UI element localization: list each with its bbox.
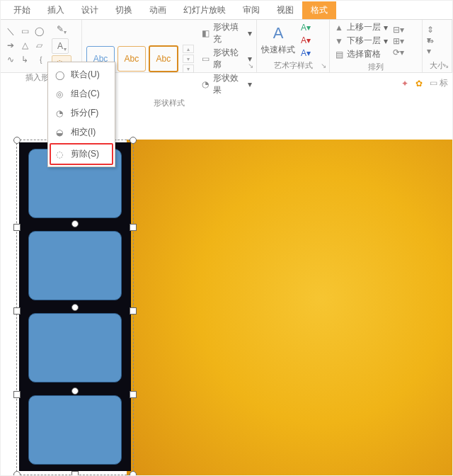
- magic-icon[interactable]: ✦: [401, 79, 408, 89]
- rotate-icon[interactable]: ⟳▾: [394, 47, 403, 57]
- tab-design[interactable]: 设计: [73, 1, 107, 19]
- resize-handle[interactable]: [130, 471, 137, 476]
- wordart-tools: A▾ A▾ A▾: [301, 23, 311, 58]
- edit-shape-btn[interactable]: ✎▾: [52, 21, 69, 37]
- union-icon: ◯: [54, 70, 65, 80]
- shape-conn-icon[interactable]: ↳: [19, 54, 30, 65]
- bring-forward-icon: ▲: [334, 23, 344, 33]
- group-title-wordart: 艺术字样式: [261, 59, 325, 72]
- intersect-icon: ◒: [54, 128, 65, 137]
- merge-shapes-menu: ◯联合(U) ◎组合(C) ◔拆分(F) ◒相交(I) ◌剪除(S): [47, 62, 115, 167]
- outline-icon: ▭: [201, 54, 210, 64]
- gear-icon[interactable]: ✿: [415, 79, 423, 89]
- subtract-icon: ◌: [54, 149, 65, 159]
- bring-forward-btn[interactable]: ▲上移一层 ▾: [334, 21, 388, 33]
- menu-subtract[interactable]: ◌剪除(S): [50, 143, 113, 165]
- size-launcher-icon[interactable]: ↘: [443, 62, 449, 69]
- effects-icon: ◔: [201, 79, 210, 89]
- shape-effects-btn[interactable]: ◔形状效果 ▾: [201, 72, 252, 96]
- shape-gallery[interactable]: ＼ ▭ ◯ ➔ △ ▱ ∿ ↳ ｛: [5, 26, 46, 67]
- combine-icon: ◎: [54, 89, 65, 99]
- shape-poly-icon[interactable]: △: [19, 40, 30, 51]
- slide-background: [127, 140, 453, 476]
- menu-intersect[interactable]: ◒相交(I): [51, 123, 112, 142]
- quick-style-btn[interactable]: A 快速样式: [261, 24, 295, 56]
- tab-view[interactable]: 视图: [268, 1, 302, 19]
- style-launcher-icon[interactable]: ↘: [248, 62, 253, 69]
- group-title-arrange: 排列: [334, 60, 418, 74]
- resize-handle[interactable]: [130, 307, 137, 314]
- style-gallery-scroll[interactable]: ▴▾▾: [183, 45, 194, 73]
- slide-canvas[interactable]: [1, 140, 452, 475]
- style-preset-3[interactable]: Abc: [149, 45, 178, 72]
- resize-handle[interactable]: [71, 471, 79, 476]
- resize-handle[interactable]: [71, 220, 79, 227]
- shape-line-icon[interactable]: ＼: [5, 26, 16, 37]
- resize-handle[interactable]: [130, 391, 137, 398]
- tab-transition[interactable]: 切换: [107, 1, 141, 19]
- fragment-icon: ◔: [54, 108, 65, 118]
- send-backward-btn[interactable]: ▼下移一层 ▾: [334, 35, 388, 47]
- width-icon[interactable]: ⇔ ▾: [427, 41, 437, 51]
- resize-handle[interactable]: [71, 387, 79, 395]
- shape-outline-btn[interactable]: ▭形状轮廓 ▾: [201, 47, 252, 71]
- group-wordart: A 快速样式 A▾ A▾ A▾ 艺术字样式 ↘: [257, 20, 330, 72]
- resize-handle[interactable]: [13, 137, 21, 144]
- tag-icon[interactable]: ▭ 标: [430, 77, 448, 89]
- shape-ellipse-icon[interactable]: ◯: [33, 26, 45, 37]
- ribbon-tabs: 开始 插入 设计 切换 动画 幻灯片放映 审阅 视图 格式: [1, 1, 452, 19]
- fill-icon: ◧: [201, 28, 210, 38]
- selection-pane-btn[interactable]: ▤选择窗格: [334, 48, 388, 60]
- resize-handle[interactable]: [13, 391, 21, 398]
- selection-box: [16, 140, 134, 475]
- shape-star-icon[interactable]: ▱: [33, 40, 45, 51]
- resize-handle[interactable]: [130, 137, 137, 144]
- tab-animation[interactable]: 动画: [141, 1, 175, 19]
- resize-handle[interactable]: [13, 307, 21, 314]
- shape-arrow-icon[interactable]: ➔: [5, 40, 16, 51]
- group-size: ⇕ ▾ ⇔ ▾ 大小 ↘: [423, 20, 452, 72]
- resize-handle[interactable]: [13, 471, 21, 476]
- text-box-btn[interactable]: A▾: [52, 38, 69, 54]
- text-effect-icon[interactable]: A▾: [301, 48, 311, 58]
- menu-combine[interactable]: ◎组合(C): [51, 84, 112, 103]
- shape-brace-icon[interactable]: ｛: [33, 54, 45, 65]
- tab-review[interactable]: 审阅: [234, 1, 268, 19]
- menu-fragment[interactable]: ◔拆分(F): [51, 103, 112, 123]
- tab-format[interactable]: 格式: [302, 1, 336, 19]
- tab-slideshow[interactable]: 幻灯片放映: [175, 1, 234, 19]
- send-backward-icon: ▼: [334, 36, 344, 46]
- text-outline-icon[interactable]: A▾: [301, 35, 311, 45]
- group-icon[interactable]: ⊞▾: [394, 36, 403, 46]
- quick-style-icon: A: [273, 24, 284, 42]
- style-preset-2[interactable]: Abc: [117, 46, 146, 72]
- tab-home[interactable]: 开始: [5, 1, 39, 19]
- resize-handle[interactable]: [130, 224, 137, 231]
- shape-rect-icon[interactable]: ▭: [19, 26, 30, 37]
- shape-fill-btn[interactable]: ◧形状填充 ▾: [201, 21, 252, 45]
- selection-pane-icon: ▤: [334, 50, 344, 60]
- resize-handle[interactable]: [71, 304, 79, 311]
- resize-handle[interactable]: [13, 224, 21, 231]
- menu-union[interactable]: ◯联合(U): [51, 65, 112, 84]
- group-arrange: ▲上移一层 ▾ ▼下移一层 ▾ ▤选择窗格 ⊟▾ ⊞▾ ⟳▾ 排列: [330, 20, 423, 72]
- tab-insert[interactable]: 插入: [39, 1, 73, 19]
- right-tools: ✦ ✿ ▭ 标: [401, 77, 448, 89]
- shape-curve-icon[interactable]: ∿: [5, 54, 16, 65]
- wordart-launcher-icon[interactable]: ↘: [321, 62, 326, 69]
- text-fill-icon[interactable]: A▾: [301, 23, 311, 33]
- app-window: 开始 插入 设计 切换 动画 幻灯片放映 审阅 视图 格式 ＼ ▭ ◯ ➔ △ …: [0, 0, 453, 476]
- align-icon[interactable]: ⊟▾: [394, 25, 403, 35]
